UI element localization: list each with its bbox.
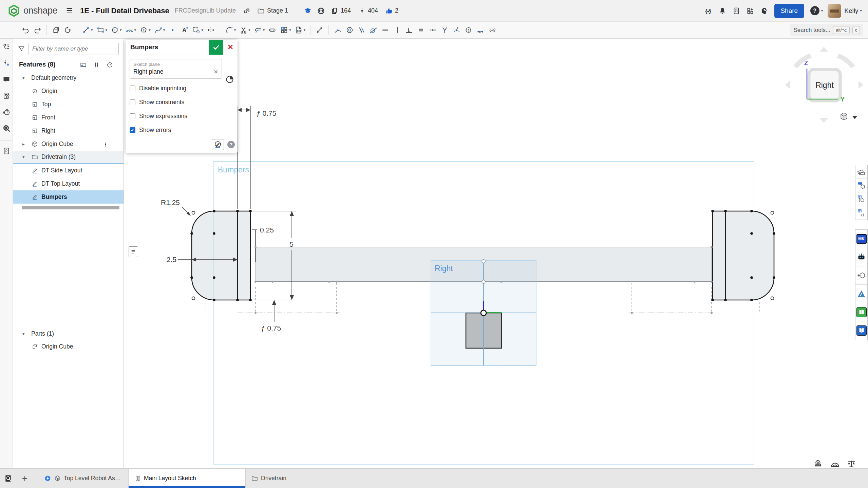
trim-tool-icon[interactable]: ▾ bbox=[238, 25, 251, 35]
appearance-panel-icon[interactable] bbox=[855, 165, 867, 179]
pattern-tool-icon[interactable]: ▾ bbox=[279, 25, 292, 35]
parts-header-row[interactable]: ▾ Parts (1) bbox=[13, 327, 124, 340]
cancel-button[interactable]: ✕ bbox=[223, 40, 238, 55]
insert-item-icon[interactable] bbox=[2, 59, 11, 67]
sketch-region-label[interactable]: Bumpers bbox=[218, 165, 249, 174]
feature-scripts-icon[interactable] bbox=[704, 7, 713, 15]
versions-history-icon[interactable] bbox=[2, 43, 11, 51]
release-tasks-icon[interactable] bbox=[732, 7, 740, 15]
edit-sketch-button[interactable] bbox=[212, 139, 224, 150]
rectangle-tool-icon[interactable]: ▾ bbox=[95, 25, 109, 35]
dropdown-caret-icon[interactable]: ▾ bbox=[149, 28, 151, 32]
pierce-constraint-icon[interactable] bbox=[439, 25, 450, 35]
robot-app-icon[interactable] bbox=[855, 248, 867, 266]
normal-constraint-icon[interactable] bbox=[451, 25, 462, 35]
search-model-icon[interactable] bbox=[2, 124, 11, 132]
dropdown-caret-icon[interactable]: ▾ bbox=[234, 28, 236, 32]
tab-manager-icon[interactable] bbox=[4, 474, 13, 483]
export-app-icon[interactable] bbox=[855, 266, 867, 285]
bom-table-icon[interactable] bbox=[855, 179, 867, 192]
likes-icon[interactable] bbox=[385, 7, 393, 15]
feature-row-default-geometry[interactable]: ▾Default geometry bbox=[13, 71, 124, 85]
dim-radius[interactable]: R1.25 bbox=[161, 199, 191, 216]
chevron-down-icon[interactable]: ▾ bbox=[22, 154, 31, 159]
notifications-bell-icon[interactable] bbox=[718, 7, 727, 15]
perpendicular-constraint-icon[interactable] bbox=[404, 25, 414, 35]
chevron-right-icon[interactable]: ▸ bbox=[22, 142, 31, 147]
dropdown-caret-icon[interactable]: ▾ bbox=[289, 28, 291, 32]
feature-row-dt-side-layout[interactable]: DT Side Layout bbox=[13, 164, 124, 177]
curvature-constraint-icon[interactable] bbox=[487, 25, 497, 35]
search-tools-box[interactable]: Search tools... alt/⌥ c bbox=[790, 24, 864, 36]
midpoint-constraint-icon[interactable] bbox=[428, 25, 438, 35]
feature-row-origin-cube[interactable]: ▸Origin Cube bbox=[13, 137, 124, 151]
chevron-down-icon[interactable]: ▾ bbox=[22, 331, 31, 336]
document-title[interactable]: 1E - Full Detail Drivebase bbox=[80, 6, 169, 15]
concentric-constraint-icon[interactable] bbox=[344, 25, 355, 35]
revolve-icon[interactable] bbox=[62, 25, 73, 35]
toolbox-app-icon[interactable] bbox=[855, 285, 867, 303]
point-tool-icon[interactable] bbox=[167, 25, 178, 35]
dropdown-caret-icon[interactable]: ▾ bbox=[201, 28, 203, 32]
user-menu-caret-icon[interactable]: ▾ bbox=[860, 8, 862, 13]
parallel-constraint-icon[interactable] bbox=[356, 25, 367, 35]
selection-scope-icon[interactable] bbox=[225, 75, 234, 84]
user-name[interactable]: Kelly bbox=[844, 7, 858, 15]
line-tool-icon[interactable]: ▾ bbox=[81, 25, 94, 35]
tab-top-level-robot-ass-[interactable]: Top Level Robot Ass... bbox=[39, 469, 129, 488]
dxf-import-icon[interactable]: ▾ bbox=[294, 25, 307, 35]
help-caret-icon[interactable]: ▾ bbox=[821, 8, 823, 13]
sketch-plane-value[interactable]: Right plane bbox=[133, 68, 164, 75]
origin-marker[interactable] bbox=[481, 310, 486, 316]
performance-icon[interactable] bbox=[2, 108, 11, 116]
variables-table-icon[interactable] bbox=[855, 206, 867, 220]
comments-icon[interactable] bbox=[2, 75, 11, 83]
coincident-constraint-icon[interactable] bbox=[333, 25, 343, 35]
tape-measure-icon[interactable] bbox=[814, 459, 824, 469]
main-menu-icon[interactable]: ☰ bbox=[66, 7, 73, 15]
configurations-icon[interactable] bbox=[855, 192, 867, 206]
tab-drivetrain[interactable]: Drivetrain bbox=[246, 469, 333, 488]
add-folder-icon[interactable] bbox=[80, 61, 87, 68]
library-blue-app-icon[interactable] bbox=[855, 321, 867, 340]
mass-properties-icon[interactable] bbox=[846, 459, 856, 469]
rollback-bar[interactable] bbox=[22, 206, 119, 209]
tab-main-layout-sketch[interactable]: Main Layout Sketch bbox=[129, 469, 246, 488]
redo-icon[interactable] bbox=[32, 25, 43, 35]
sketch-plane-field[interactable]: Sketch plane Right plane ✕ bbox=[130, 59, 222, 79]
symmetric-constraint-icon[interactable] bbox=[463, 25, 474, 35]
suppress-icon[interactable] bbox=[93, 61, 100, 68]
equal-constraint-icon[interactable] bbox=[416, 25, 426, 35]
dropdown-caret-icon[interactable]: ▾ bbox=[248, 28, 250, 32]
view-cube[interactable]: Right Z Y bbox=[780, 45, 868, 125]
left-bumper[interactable] bbox=[192, 211, 250, 300]
document-notes-icon[interactable] bbox=[2, 92, 11, 100]
polygon-tool-icon[interactable]: ▾ bbox=[138, 25, 152, 35]
chevron-down-icon[interactable]: ▾ bbox=[22, 75, 31, 80]
mkcad-app-icon[interactable]: MK bbox=[855, 230, 867, 248]
tangent-constraint-icon[interactable] bbox=[368, 25, 379, 35]
feature-row-right[interactable]: Right bbox=[13, 124, 124, 137]
horizontal-constraint-icon[interactable] bbox=[380, 25, 391, 35]
onshape-logo-icon[interactable] bbox=[7, 4, 20, 17]
copies-icon[interactable] bbox=[331, 7, 339, 15]
feature-row-bumpers[interactable]: Bumpers bbox=[13, 190, 124, 204]
part-row-origin-cube[interactable]: Origin Cube bbox=[13, 340, 124, 353]
confirm-button[interactable] bbox=[209, 40, 223, 55]
checkbox-box[interactable] bbox=[130, 86, 135, 91]
view-cube-face-label[interactable]: Right bbox=[815, 81, 834, 90]
workspace-folder-icon[interactable] bbox=[257, 7, 265, 15]
dropdown-caret-icon[interactable]: ▾ bbox=[91, 28, 93, 32]
clear-selection-icon[interactable]: ✕ bbox=[214, 69, 218, 75]
checkbox-show-expressions[interactable]: Show expressions bbox=[130, 112, 233, 120]
feature-row-top[interactable]: Top bbox=[13, 98, 124, 111]
tasks-icon[interactable] bbox=[0, 140, 13, 155]
feature-row-origin[interactable]: Origin bbox=[13, 85, 124, 98]
feature-row-front[interactable]: Front bbox=[13, 111, 124, 124]
checkbox-box[interactable]: ✓ bbox=[130, 127, 135, 133]
feature-row-dt-top-layout[interactable]: DT Top Layout bbox=[13, 177, 124, 190]
dimension-tool-icon[interactable] bbox=[314, 25, 325, 35]
dialog-help-icon[interactable]: ? bbox=[227, 141, 235, 148]
help-icon[interactable]: ? bbox=[810, 6, 819, 15]
use-project-tool-icon[interactable]: ▾ bbox=[191, 25, 204, 35]
